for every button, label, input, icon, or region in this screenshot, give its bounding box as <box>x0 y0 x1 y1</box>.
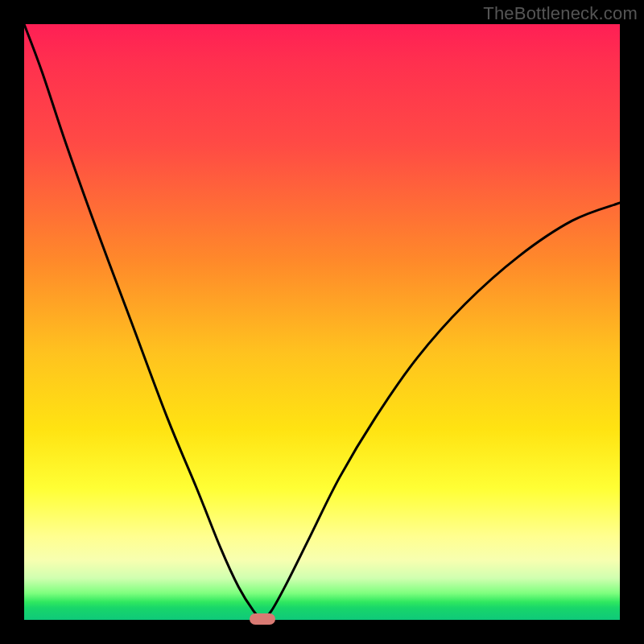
plot-area <box>24 24 620 620</box>
chart-frame: TheBottleneck.com <box>0 0 644 644</box>
curve-svg <box>24 24 620 620</box>
bottleneck-curve-left <box>24 24 262 620</box>
minimum-marker <box>250 613 275 625</box>
bottleneck-curve-right <box>262 203 620 620</box>
watermark-text: TheBottleneck.com <box>483 3 638 24</box>
